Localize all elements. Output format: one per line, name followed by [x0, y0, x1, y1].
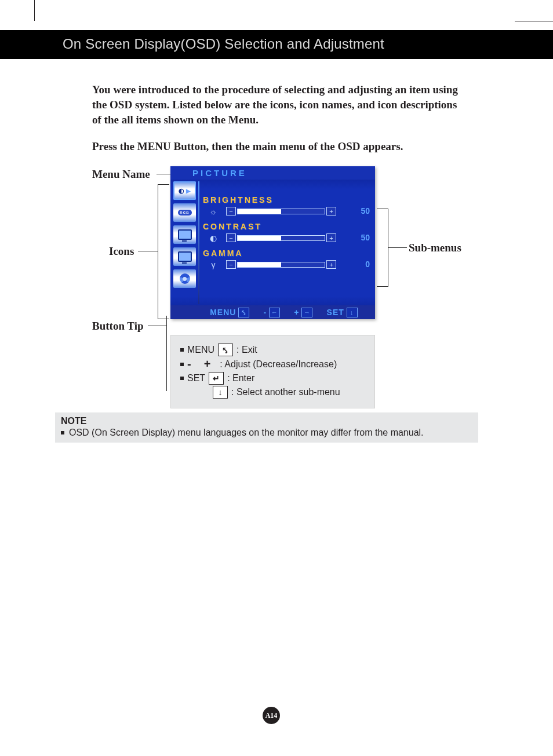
tip-menu-label: MENU: [187, 345, 214, 355]
label-icons: Icons: [109, 245, 134, 258]
submenu-label: GAMMA: [203, 249, 370, 258]
page: On Screen Display(OSD) Selection and Adj…: [0, 0, 553, 756]
osd-submenu-area: BRIGHTNESS ☼ − + 50 CONTRAST ◐ −: [203, 195, 370, 275]
plus-button[interactable]: +: [326, 260, 336, 269]
contrast-value: 50: [352, 233, 370, 242]
osd-menu-name: PICTURE: [192, 168, 247, 178]
submenu-row-contrast: CONTRAST ◐ − + 50: [203, 222, 370, 245]
connector-line: [157, 174, 170, 174]
gamma-value: 0: [352, 260, 370, 269]
rgb-icon: RGB: [178, 210, 192, 216]
note-text: OSD (On Screen Display) menu languages o…: [69, 428, 424, 438]
crop-mark-horizontal: [515, 21, 553, 21]
plus-button[interactable]: +: [326, 207, 336, 216]
intro-paragraph-1: You were introduced to the procedure of …: [92, 82, 463, 127]
minus-button[interactable]: −: [226, 233, 236, 242]
note-text-line: OSD (On Screen Display) menu languages o…: [61, 428, 472, 438]
bar-minus[interactable]: - ←: [263, 308, 280, 317]
left-key-icon: ←: [269, 308, 280, 317]
bar-plus-label: +: [294, 308, 299, 317]
gamma-icon: γ: [205, 260, 221, 269]
tip-menu: MENU ⤣ : Exit: [180, 344, 365, 356]
gear-icon: [180, 273, 190, 284]
osd-icon-tracking[interactable]: [173, 247, 196, 266]
connector-line: [388, 247, 407, 248]
minus-button[interactable]: −: [226, 207, 236, 216]
right-key-icon: →: [301, 308, 312, 317]
intro-paragraph-2: Press the MENU Button, then the main men…: [92, 139, 463, 154]
bar-menu[interactable]: MENU ⤣: [210, 308, 249, 317]
note-box: NOTE OSD (On Screen Display) menu langua…: [55, 412, 478, 443]
minus-icon: -: [187, 357, 191, 371]
connector-line: [166, 316, 167, 391]
brightness-icon: ☼: [205, 207, 221, 216]
connector-line: [138, 251, 158, 251]
tip-adjust-text: : Adjust (Decrease/Increase): [220, 359, 337, 370]
connector-line: [377, 286, 388, 287]
tip-set: SET ↵ : Enter: [180, 372, 365, 385]
connector-line: [158, 184, 169, 185]
monitor-icon: [178, 251, 192, 262]
tip-down: ↓ : Select another sub-menu: [180, 386, 365, 399]
connector-line: [148, 326, 166, 326]
tip-set-label: SET: [187, 373, 205, 384]
plus-button[interactable]: +: [326, 233, 336, 242]
slider-track[interactable]: [237, 262, 325, 268]
submenu-row-gamma: GAMMA γ − + 0: [203, 249, 370, 272]
contrast-icon: ◐: [205, 233, 221, 243]
bullet-icon: [180, 363, 184, 366]
slider-fill: [238, 209, 281, 214]
minus-button[interactable]: −: [226, 260, 236, 269]
tip-down-text: : Select another sub-menu: [231, 387, 340, 397]
slider-track[interactable]: [237, 235, 325, 241]
enter-key-icon: ↵: [209, 372, 224, 385]
page-title: On Screen Display(OSD) Selection and Adj…: [63, 36, 384, 52]
osd-icon-picture[interactable]: ◐ ▶: [173, 181, 196, 200]
slider-fill: [238, 236, 281, 240]
crop-mark-vertical: [34, 0, 35, 21]
bar-set[interactable]: SET ↓: [327, 308, 358, 317]
tip-adjust: - + : Adjust (Decrease/Increase): [180, 357, 365, 371]
connector-line: [158, 184, 158, 319]
picture-icon: ◐: [179, 187, 184, 195]
connector-line: [377, 209, 388, 209]
connector-line: [158, 319, 169, 319]
brightness-slider[interactable]: − +: [226, 207, 336, 216]
selector-arrow-icon: ▶: [186, 188, 191, 194]
bar-set-label: SET: [327, 308, 344, 317]
slider-fill: [238, 262, 281, 267]
button-tip-box: MENU ⤣ : Exit - + : Adjust (Decrease/Inc…: [170, 335, 375, 408]
osd-icon-setup[interactable]: [173, 269, 196, 288]
note-title: NOTE: [61, 416, 472, 426]
label-button-tip: Button Tip: [92, 320, 144, 333]
label-menu-name: Menu Name: [92, 168, 150, 181]
submenu-label: BRIGHTNESS: [203, 195, 370, 204]
bullet-icon: [180, 377, 184, 380]
tip-set-text: : Enter: [227, 373, 254, 384]
osd-button-bar: MENU ⤣ - ← + → SET ↓: [170, 305, 375, 319]
connector-line: [388, 209, 388, 286]
bar-minus-label: -: [263, 308, 267, 317]
label-submenus: Sub-menus: [409, 242, 461, 254]
tip-menu-text: : Exit: [237, 345, 257, 355]
osd-icon-position[interactable]: [173, 225, 196, 244]
contrast-slider[interactable]: − +: [226, 233, 336, 242]
bar-plus[interactable]: + →: [294, 308, 312, 317]
submenu-label: CONTRAST: [203, 222, 370, 231]
plus-icon: +: [204, 357, 211, 371]
page-number-badge: A14: [263, 707, 280, 724]
down-key-icon: ↓: [213, 386, 228, 399]
exit-key-icon: ⤣: [218, 344, 233, 356]
down-key-icon: ↓: [347, 308, 358, 317]
osd-icon-column: ◐ ▶ RGB: [173, 181, 196, 291]
monitor-icon: [178, 229, 192, 240]
brightness-value: 50: [352, 206, 370, 216]
gamma-slider[interactable]: − +: [226, 260, 336, 269]
osd-icon-color[interactable]: RGB: [173, 203, 196, 222]
slider-track[interactable]: [237, 209, 325, 214]
exit-key-icon: ⤣: [238, 308, 249, 317]
osd-divider: [198, 181, 199, 304]
osd-panel: PICTURE ◐ ▶ RGB BRIGHTNESS: [170, 166, 375, 319]
bullet-icon: [61, 431, 64, 434]
submenu-row-brightness: BRIGHTNESS ☼ − + 50: [203, 195, 370, 218]
